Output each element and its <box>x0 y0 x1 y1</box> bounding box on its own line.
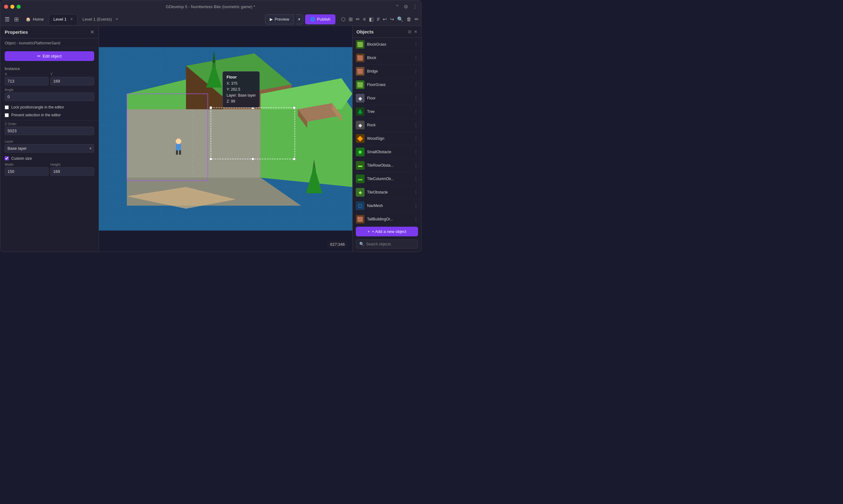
angle-input[interactable] <box>5 92 94 101</box>
layer-field: Layer Base layer UI Layer Background ▾ <box>0 138 99 155</box>
svg-rect-68 <box>210 107 212 109</box>
layer-select[interactable]: Base layer UI Layer Background <box>5 144 94 152</box>
object-item-floor[interactable]: ◆ Floor ⋮ <box>352 92 421 105</box>
floorgrass-menu-icon[interactable]: ⋮ <box>414 82 418 87</box>
preview-dropdown-button[interactable]: ▾ <box>296 14 303 24</box>
tooltip-title: Floor <box>226 74 256 81</box>
pencil-icon[interactable]: ✏ <box>356 16 360 22</box>
redo-icon[interactable]: ↪ <box>390 16 394 22</box>
object-item-navmesh[interactable]: ⬡ NavMesh ⋮ <box>352 199 421 213</box>
objects-panel-close[interactable]: ✕ <box>414 30 417 34</box>
list-icon[interactable]: ≡ <box>363 17 366 22</box>
grid-icon[interactable]: ⊞ <box>349 16 352 22</box>
height-label: Height <box>50 163 94 166</box>
preview-button[interactable]: ▶ Preview <box>265 14 294 24</box>
filter-icon[interactable]: ⊟ <box>408 30 412 34</box>
xy-props: X Y <box>0 72 99 88</box>
prevent-checkbox[interactable] <box>5 113 9 117</box>
main-content: Properties ✕ Object - IsometricPlatforme… <box>0 26 421 252</box>
objects-panel-actions: ⊟ ✕ <box>408 30 417 34</box>
bridge-icon: 🟫 <box>357 69 363 74</box>
object-item-tree[interactable]: 🌲 Tree ⋮ <box>352 105 421 119</box>
object-item-floorgrass[interactable]: 🟩 FloorGrass ⋮ <box>352 78 421 92</box>
lock-checkbox[interactable] <box>5 105 9 109</box>
edit2-icon[interactable]: ✏ <box>415 16 419 22</box>
svg-rect-71 <box>210 158 212 160</box>
layers-icon[interactable]: ◧ <box>369 16 374 22</box>
gear-icon[interactable]: ⚙ <box>404 4 408 10</box>
zorder-field: Z Order <box>0 122 99 138</box>
maximize-window-button[interactable] <box>17 5 21 9</box>
height-input[interactable] <box>50 167 94 176</box>
svg-rect-77 <box>179 150 181 155</box>
search-input[interactable] <box>366 242 415 246</box>
object-name-woodsign: WoodSign <box>367 136 411 141</box>
publish-button[interactable]: 🌐 Publish <box>305 14 336 24</box>
woodsign-menu-icon[interactable]: ⋮ <box>414 136 418 141</box>
delete-icon[interactable]: 🗑 <box>407 17 412 22</box>
cube-icon[interactable]: ⬡ <box>341 16 345 22</box>
tab-level1-events-close[interactable]: ✕ <box>116 17 118 21</box>
object-item-tileobstacle[interactable]: ◆ TileObstacle ⋮ <box>352 186 421 199</box>
toolbar-right: ⬡ ⊞ ✏ ≡ ◧ # ↩ ↪ 🔍 🗑 ✏ <box>341 16 419 22</box>
canvas-tooltip: Floor X: 375 Y: 262.5 Layer: Base layer … <box>223 71 260 108</box>
tooltip-x: X: 375 <box>226 81 256 87</box>
tab-level1-close[interactable]: ✕ <box>70 17 73 21</box>
object-item-tallbuildingor[interactable]: 🟫 TallBuildingOr... ⋮ <box>352 213 421 223</box>
objects-panel: Objects ⊟ ✕ 🟩 BlockGrass ⋮ 🟫 <box>352 26 421 252</box>
angle-field: Angle <box>0 88 99 104</box>
tab-level1-events[interactable]: Level 1 (Events) ✕ <box>78 14 123 25</box>
add-object-button[interactable]: + + Add a new object <box>356 227 418 236</box>
object-name-floor: Floor <box>367 96 411 101</box>
search-objects-field[interactable]: 🔍 <box>356 239 418 249</box>
zorder-input[interactable] <box>5 127 94 135</box>
tilerowobsta-menu-icon[interactable]: ⋮ <box>414 163 418 168</box>
object-item-bridge[interactable]: 🟫 Bridge ⋮ <box>352 65 421 78</box>
tilecolumnob-menu-icon[interactable]: ⋮ <box>414 176 418 181</box>
zorder-label: Z Order <box>5 122 94 126</box>
chevron-up-icon[interactable]: ⌃ <box>395 4 399 10</box>
hash-icon[interactable]: # <box>377 17 380 22</box>
object-name-blockgrass: BlockGrass <box>367 42 411 47</box>
x-input[interactable] <box>5 77 49 85</box>
object-item-rock[interactable]: ◆ Rock ⋮ <box>352 119 421 132</box>
rock-menu-icon[interactable]: ⋮ <box>414 123 418 128</box>
close-window-button[interactable] <box>4 5 8 9</box>
edit-object-button[interactable]: ✏ Edit object <box>5 51 94 61</box>
smallobstacle-menu-icon[interactable]: ⋮ <box>414 149 418 155</box>
block-menu-icon[interactable]: ⋮ <box>414 55 418 60</box>
tab-level1[interactable]: Level 1 ✕ <box>49 14 78 25</box>
canvas-area[interactable]: Floor X: 375 Y: 262.5 Layer: Base layer … <box>99 26 352 252</box>
y-input[interactable] <box>50 77 94 85</box>
main-window: GDevelop 5 - Numberless Bite (Isometric … <box>0 0 422 252</box>
object-item-block[interactable]: 🟫 Block ⋮ <box>352 51 421 65</box>
object-item-tilecolumnob[interactable]: ▬ TileColumnOb... ⋮ <box>352 172 421 186</box>
tallbuildingor-icon: 🟫 <box>357 216 363 222</box>
object-item-tilerowobsta[interactable]: ▬ TileRowObsta... ⋮ <box>352 159 421 172</box>
tallbuildingor-menu-icon[interactable]: ⋮ <box>414 217 418 222</box>
tileobstacle-menu-icon[interactable]: ⋮ <box>414 190 418 195</box>
properties-panel-close[interactable]: ✕ <box>90 29 94 35</box>
bridge-menu-icon[interactable]: ⋮ <box>414 69 418 74</box>
tab-home-label: Home <box>33 17 44 22</box>
minimize-window-button[interactable] <box>10 5 14 9</box>
pencil-icon: ✏ <box>37 54 41 58</box>
floor-menu-icon[interactable]: ⋮ <box>414 96 418 101</box>
hamburger-icon[interactable]: ☰ <box>3 14 12 25</box>
object-name-smallobstacle: SmallObstacle <box>367 150 411 154</box>
tab-home[interactable]: 🏠 Home <box>21 14 48 25</box>
object-item-woodsign[interactable]: 🔶 WoodSign ⋮ <box>352 132 421 145</box>
tree-icon: 🌲 <box>357 109 363 115</box>
width-input[interactable] <box>5 167 49 176</box>
object-item-smallobstacle[interactable]: ■ SmallObstacle ⋮ <box>352 145 421 159</box>
layout-icon[interactable]: ⊞ <box>12 14 21 25</box>
tree-menu-icon[interactable]: ⋮ <box>414 109 418 114</box>
blockgrass-menu-icon[interactable]: ⋮ <box>414 42 418 47</box>
custom-size-checkbox[interactable] <box>5 156 9 160</box>
object-item-blockgrass[interactable]: 🟩 BlockGrass ⋮ <box>352 38 421 51</box>
undo-icon[interactable]: ↩ <box>383 16 387 22</box>
ellipsis-icon[interactable]: ⋮ <box>412 4 417 10</box>
object-name-navmesh: NavMesh <box>367 203 411 208</box>
navmesh-menu-icon[interactable]: ⋮ <box>414 203 418 208</box>
zoom-in-icon[interactable]: 🔍 <box>397 16 403 22</box>
